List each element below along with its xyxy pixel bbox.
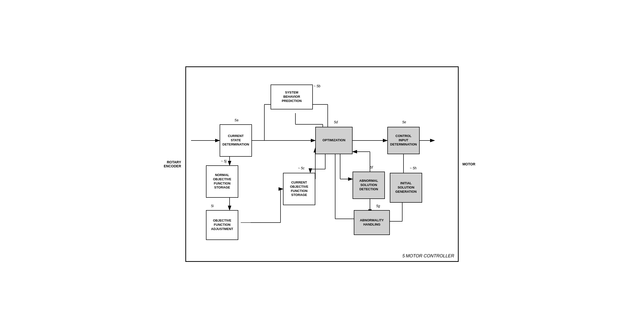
label-5b: ~ 5b <box>314 84 320 88</box>
label-5c: ~ 5c <box>298 166 304 170</box>
diagram-wrapper: ROTARYENCODER MOTOR <box>185 66 459 262</box>
system-behavior-block: SYSTEMBEHAVIORPREDICTION <box>270 85 313 109</box>
label-5a: 5a <box>234 118 238 122</box>
current-obj-block: CURRENTOBJECTIVEFUNCTIONSTORAGE <box>283 173 315 205</box>
obj-adjustment-block: OBJECTIVEFUNCTIONADJUSTMENT <box>206 210 238 240</box>
label-5d: 5d <box>334 120 338 124</box>
abnormal-detection-block: ABNORMALSOLUTIONDETECTION <box>352 172 385 199</box>
label-5i: 5i <box>211 204 214 208</box>
optimization-block: OPTIMIZATION <box>315 127 352 154</box>
label-5e: 5e <box>402 120 406 124</box>
diagram-area: SYSTEMBEHAVIORPREDICTION ~ 5b CURRENTSTA… <box>191 75 453 249</box>
normal-obj-block: NORMALOBJECTIVEFUNCTIONSTORAGE <box>206 165 238 198</box>
current-state-block: CURRENTSTATEDETERMINATION <box>220 124 252 157</box>
outer-box: ROTARYENCODER MOTOR <box>185 66 459 262</box>
abnormality-handling-block: ABNORMALITYHANDLING <box>354 210 390 235</box>
label-5f: 5f <box>370 165 373 169</box>
rotary-encoder-label: ROTARYENCODER <box>164 160 181 168</box>
controller-label: 5 MOTOR CONTROLLER <box>402 253 454 259</box>
initial-solution-block: INITIALSOLUTIONGENERATION <box>390 173 422 203</box>
motor-label: MOTOR <box>462 162 475 166</box>
control-input-block: CONTROLINPUTDETERMINATION <box>387 127 420 154</box>
label-5h: ~ 5h <box>410 166 417 170</box>
label-5j: ~ 5j <box>221 159 226 163</box>
label-5g: 5g <box>376 204 380 208</box>
